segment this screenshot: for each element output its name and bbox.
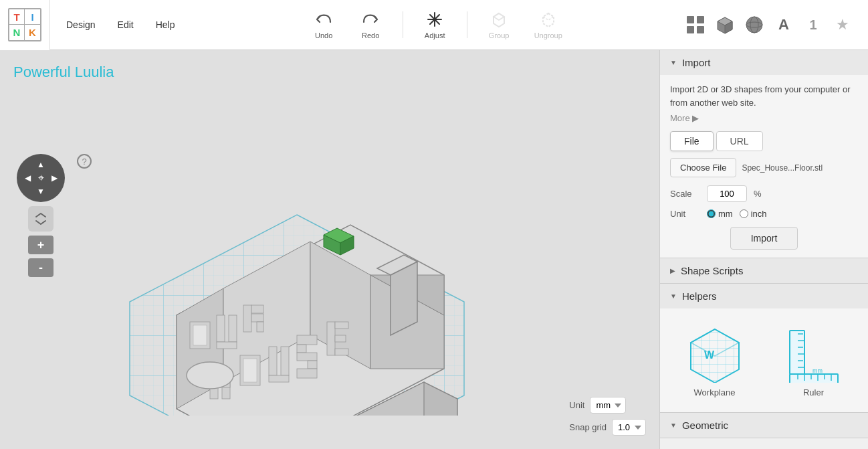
favorites-button[interactable]: ★ (831, 13, 855, 37)
unit-control-row: Unit mm in (569, 397, 646, 414)
unit-inch-label: inch (751, 209, 767, 219)
geometric-section: ▼ Geometric (660, 413, 868, 438)
svg-rect-33 (251, 314, 263, 322)
3d-box-button[interactable] (713, 13, 737, 37)
snap-select[interactable]: 0.1 0.5 1.0 2.0 5.0 (612, 419, 646, 436)
logo-i: I (25, 9, 40, 25)
unit-mm-radio[interactable] (707, 209, 716, 218)
svg-rect-49 (335, 322, 348, 329)
scale-input[interactable] (707, 185, 747, 202)
menu-design[interactable]: Design (57, 15, 105, 34)
svg-rect-9 (697, 16, 704, 23)
toolbar-right: A 1 ★ (683, 13, 868, 37)
adjust-icon (425, 10, 444, 29)
redo-label: Redo (362, 31, 379, 39)
tab-file[interactable]: File (670, 131, 714, 151)
zoom-out-button[interactable]: - (28, 258, 53, 277)
svg-marker-7 (543, 13, 554, 20)
file-name-display: Spec_House...Floor.stl (742, 163, 858, 173)
shape-scripts-header[interactable]: ▶ Shape Scripts (660, 258, 868, 283)
grid-view-button[interactable] (683, 13, 708, 37)
shape-scripts-triangle: ▶ (670, 267, 675, 274)
svg-rect-42 (269, 375, 289, 382)
nav-down[interactable]: ▼ (34, 185, 47, 198)
nav-center[interactable]: ⌖ (34, 171, 47, 185)
import-section-header[interactable]: ▼ Import (660, 50, 868, 75)
nav-left[interactable]: ◀ (21, 171, 34, 185)
svg-text:mm: mm (812, 367, 823, 374)
helper-ruler[interactable]: mm Ruler (769, 323, 858, 397)
nav-right[interactable]: ▶ (47, 171, 61, 185)
menu-help[interactable]: Help (146, 15, 185, 34)
topbar: T I N K Design Edit Help Undo Redo (0, 0, 868, 50)
tab-url[interactable]: URL (716, 131, 763, 151)
sphere-button[interactable] (742, 13, 766, 37)
toolbar-center: Undo Redo Adjust (306, 7, 569, 43)
import-tabs: File URL (670, 131, 858, 151)
svg-rect-27 (193, 325, 207, 345)
canvas-area[interactable]: Powerful Luulia ? ▲ ◀ ⌖ ▶ ▼ (0, 50, 659, 449)
svg-rect-64 (790, 374, 838, 383)
bottom-controls: Unit mm in Snap grid 0.1 0.5 1.0 2.0 5.0 (569, 397, 646, 436)
nav-controls: ▲ ◀ ⌖ ▶ ▼ + - (17, 154, 65, 277)
svg-rect-11 (697, 26, 704, 33)
svg-rect-8 (687, 16, 694, 23)
helpers-section-header[interactable]: ▼ Helpers (660, 284, 868, 308)
text-button[interactable]: A (772, 13, 796, 37)
adjust-label: Adjust (425, 31, 445, 39)
undo-label: Undo (315, 31, 332, 39)
shape-scripts-title: Shape Scripts (681, 265, 743, 276)
import-button[interactable]: Import (730, 227, 798, 250)
svg-rect-41 (281, 347, 289, 375)
svg-rect-34 (257, 322, 263, 332)
helpers-grid: W Workplane (670, 317, 858, 404)
svg-rect-30 (217, 342, 237, 349)
tilt-control[interactable] (28, 206, 53, 232)
svg-rect-50 (335, 335, 346, 342)
zoom-in-button[interactable]: + (28, 236, 53, 254)
undo-button[interactable]: Undo (306, 7, 342, 43)
nav-up[interactable]: ▲ (34, 158, 47, 171)
unit-row-label: Unit (670, 209, 700, 219)
workplane-label: Workplane (694, 387, 736, 397)
adjust-button[interactable]: Adjust (417, 7, 453, 43)
group-label: Group (489, 31, 510, 39)
choose-file-button[interactable]: Choose File (670, 158, 736, 177)
helpers-section-body: W Workplane (660, 308, 868, 412)
logo-t: T (9, 9, 25, 25)
unit-inch-option[interactable]: inch (740, 209, 767, 219)
svg-rect-31 (243, 305, 251, 332)
redo-button[interactable]: Redo (352, 7, 389, 43)
number-button[interactable]: 1 (801, 13, 825, 37)
svg-rect-43 (297, 335, 317, 345)
logo-n: N (9, 25, 25, 40)
shape-scripts-section: ▶ Shape Scripts (660, 258, 868, 284)
nav-pad[interactable]: ▲ ◀ ⌖ ▶ ▼ (17, 154, 65, 202)
ungroup-button[interactable]: Ungroup (528, 7, 569, 43)
snap-bottom-label: Snap grid (569, 422, 607, 432)
unit-select[interactable]: mm in (590, 397, 626, 414)
group-button[interactable]: Group (481, 7, 518, 43)
unit-bottom-label: Unit (569, 400, 584, 410)
svg-text:W: W (704, 349, 715, 361)
svg-rect-29 (229, 315, 237, 342)
svg-rect-32 (251, 305, 263, 313)
helper-workplane[interactable]: W Workplane (670, 323, 759, 397)
import-section-body: Import 2D or 3D shapes from your compute… (660, 75, 868, 258)
svg-rect-47 (297, 369, 317, 378)
unit-mm-option[interactable]: mm (707, 209, 733, 219)
svg-rect-51 (335, 349, 348, 355)
toolbar-separator-1 (403, 11, 403, 38)
file-chooser-row: Choose File Spec_House...Floor.stl (670, 158, 858, 177)
menu-edit[interactable]: Edit (108, 15, 143, 34)
unit-inch-radio[interactable] (740, 209, 748, 218)
tinkercad-logo[interactable]: T I N K (0, 0, 50, 50)
ruler-label: Ruler (803, 387, 824, 397)
import-section-title: Import (682, 57, 711, 68)
scale-label: Scale (670, 189, 700, 199)
import-section: ▼ Import Import 2D or 3D shapes from you… (660, 50, 868, 258)
import-collapse-triangle: ▼ (670, 59, 677, 66)
geometric-section-header[interactable]: ▼ Geometric (660, 413, 868, 438)
svg-rect-40 (269, 347, 277, 375)
geometric-section-title: Geometric (682, 420, 728, 431)
